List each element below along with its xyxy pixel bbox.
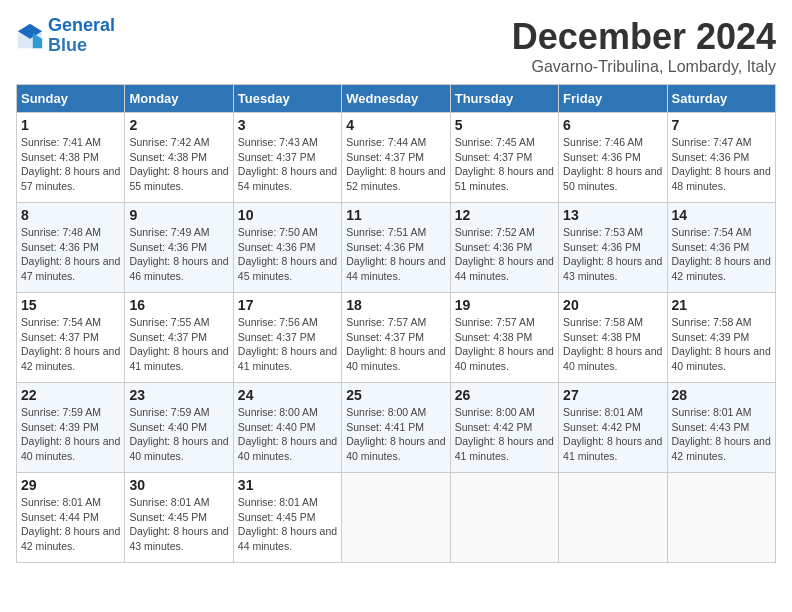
day-detail: Sunrise: 7:42 AM Sunset: 4:38 PM Dayligh… [129,135,228,194]
day-number: 4 [346,117,445,133]
day-detail: Sunrise: 7:54 AM Sunset: 4:37 PM Dayligh… [21,315,120,374]
day-number: 9 [129,207,228,223]
day-detail: Sunrise: 7:41 AM Sunset: 4:38 PM Dayligh… [21,135,120,194]
day-number: 31 [238,477,337,493]
calendar-cell: 29 Sunrise: 8:01 AM Sunset: 4:44 PM Dayl… [17,473,125,563]
header-sunday: Sunday [17,85,125,113]
calendar-cell: 11 Sunrise: 7:51 AM Sunset: 4:36 PM Dayl… [342,203,450,293]
day-detail: Sunrise: 8:00 AM Sunset: 4:40 PM Dayligh… [238,405,337,464]
day-number: 6 [563,117,662,133]
calendar-cell: 6 Sunrise: 7:46 AM Sunset: 4:36 PM Dayli… [559,113,667,203]
day-number: 12 [455,207,554,223]
day-detail: Sunrise: 7:46 AM Sunset: 4:36 PM Dayligh… [563,135,662,194]
day-number: 11 [346,207,445,223]
calendar-cell: 27 Sunrise: 8:01 AM Sunset: 4:42 PM Dayl… [559,383,667,473]
day-detail: Sunrise: 7:54 AM Sunset: 4:36 PM Dayligh… [672,225,771,284]
day-number: 8 [21,207,120,223]
calendar-cell: 16 Sunrise: 7:55 AM Sunset: 4:37 PM Dayl… [125,293,233,383]
day-number: 14 [672,207,771,223]
day-detail: Sunrise: 8:01 AM Sunset: 4:45 PM Dayligh… [129,495,228,554]
month-title: December 2024 [512,16,776,58]
day-number: 18 [346,297,445,313]
calendar-cell: 21 Sunrise: 7:58 AM Sunset: 4:39 PM Dayl… [667,293,775,383]
calendar-cell: 4 Sunrise: 7:44 AM Sunset: 4:37 PM Dayli… [342,113,450,203]
calendar-week-row: 15 Sunrise: 7:54 AM Sunset: 4:37 PM Dayl… [17,293,776,383]
day-detail: Sunrise: 7:53 AM Sunset: 4:36 PM Dayligh… [563,225,662,284]
header-saturday: Saturday [667,85,775,113]
day-number: 21 [672,297,771,313]
day-detail: Sunrise: 7:57 AM Sunset: 4:37 PM Dayligh… [346,315,445,374]
calendar-week-row: 1 Sunrise: 7:41 AM Sunset: 4:38 PM Dayli… [17,113,776,203]
day-detail: Sunrise: 8:01 AM Sunset: 4:43 PM Dayligh… [672,405,771,464]
calendar-cell: 13 Sunrise: 7:53 AM Sunset: 4:36 PM Dayl… [559,203,667,293]
day-detail: Sunrise: 7:56 AM Sunset: 4:37 PM Dayligh… [238,315,337,374]
calendar-cell: 10 Sunrise: 7:50 AM Sunset: 4:36 PM Dayl… [233,203,341,293]
calendar-cell: 26 Sunrise: 8:00 AM Sunset: 4:42 PM Dayl… [450,383,558,473]
calendar-cell [450,473,558,563]
day-detail: Sunrise: 7:47 AM Sunset: 4:36 PM Dayligh… [672,135,771,194]
day-number: 27 [563,387,662,403]
day-detail: Sunrise: 7:59 AM Sunset: 4:40 PM Dayligh… [129,405,228,464]
day-detail: Sunrise: 8:00 AM Sunset: 4:41 PM Dayligh… [346,405,445,464]
title-area: December 2024 Gavarno-Tribulina, Lombard… [512,16,776,76]
day-detail: Sunrise: 7:58 AM Sunset: 4:38 PM Dayligh… [563,315,662,374]
calendar-cell: 20 Sunrise: 7:58 AM Sunset: 4:38 PM Dayl… [559,293,667,383]
day-number: 19 [455,297,554,313]
day-number: 22 [21,387,120,403]
calendar-table: SundayMondayTuesdayWednesdayThursdayFrid… [16,84,776,563]
day-detail: Sunrise: 7:49 AM Sunset: 4:36 PM Dayligh… [129,225,228,284]
calendar-cell: 8 Sunrise: 7:48 AM Sunset: 4:36 PM Dayli… [17,203,125,293]
calendar-cell: 22 Sunrise: 7:59 AM Sunset: 4:39 PM Dayl… [17,383,125,473]
calendar-week-row: 8 Sunrise: 7:48 AM Sunset: 4:36 PM Dayli… [17,203,776,293]
day-detail: Sunrise: 7:55 AM Sunset: 4:37 PM Dayligh… [129,315,228,374]
day-detail: Sunrise: 7:50 AM Sunset: 4:36 PM Dayligh… [238,225,337,284]
calendar-week-row: 22 Sunrise: 7:59 AM Sunset: 4:39 PM Dayl… [17,383,776,473]
calendar-week-row: 29 Sunrise: 8:01 AM Sunset: 4:44 PM Dayl… [17,473,776,563]
calendar-header-row: SundayMondayTuesdayWednesdayThursdayFrid… [17,85,776,113]
page-header: General Blue December 2024 Gavarno-Tribu… [16,16,776,76]
calendar-cell: 24 Sunrise: 8:00 AM Sunset: 4:40 PM Dayl… [233,383,341,473]
day-number: 17 [238,297,337,313]
day-number: 1 [21,117,120,133]
day-detail: Sunrise: 7:51 AM Sunset: 4:36 PM Dayligh… [346,225,445,284]
calendar-cell: 3 Sunrise: 7:43 AM Sunset: 4:37 PM Dayli… [233,113,341,203]
day-number: 15 [21,297,120,313]
day-detail: Sunrise: 8:01 AM Sunset: 4:42 PM Dayligh… [563,405,662,464]
header-wednesday: Wednesday [342,85,450,113]
logo-line2: Blue [48,35,87,55]
day-number: 3 [238,117,337,133]
calendar-cell: 5 Sunrise: 7:45 AM Sunset: 4:37 PM Dayli… [450,113,558,203]
calendar-cell: 30 Sunrise: 8:01 AM Sunset: 4:45 PM Dayl… [125,473,233,563]
day-number: 25 [346,387,445,403]
day-detail: Sunrise: 7:44 AM Sunset: 4:37 PM Dayligh… [346,135,445,194]
day-detail: Sunrise: 7:52 AM Sunset: 4:36 PM Dayligh… [455,225,554,284]
calendar-cell: 7 Sunrise: 7:47 AM Sunset: 4:36 PM Dayli… [667,113,775,203]
calendar-cell: 31 Sunrise: 8:01 AM Sunset: 4:45 PM Dayl… [233,473,341,563]
calendar-cell: 17 Sunrise: 7:56 AM Sunset: 4:37 PM Dayl… [233,293,341,383]
logo: General Blue [16,16,115,56]
day-number: 23 [129,387,228,403]
day-detail: Sunrise: 7:58 AM Sunset: 4:39 PM Dayligh… [672,315,771,374]
day-number: 5 [455,117,554,133]
day-number: 28 [672,387,771,403]
day-number: 29 [21,477,120,493]
logo-icon [16,22,44,50]
calendar-cell: 28 Sunrise: 8:01 AM Sunset: 4:43 PM Dayl… [667,383,775,473]
calendar-cell: 15 Sunrise: 7:54 AM Sunset: 4:37 PM Dayl… [17,293,125,383]
calendar-cell: 23 Sunrise: 7:59 AM Sunset: 4:40 PM Dayl… [125,383,233,473]
calendar-cell [559,473,667,563]
calendar-cell [667,473,775,563]
calendar-cell: 18 Sunrise: 7:57 AM Sunset: 4:37 PM Dayl… [342,293,450,383]
day-detail: Sunrise: 8:01 AM Sunset: 4:44 PM Dayligh… [21,495,120,554]
day-number: 16 [129,297,228,313]
day-number: 13 [563,207,662,223]
day-number: 26 [455,387,554,403]
day-number: 20 [563,297,662,313]
day-number: 2 [129,117,228,133]
calendar-cell: 2 Sunrise: 7:42 AM Sunset: 4:38 PM Dayli… [125,113,233,203]
header-monday: Monday [125,85,233,113]
day-detail: Sunrise: 8:01 AM Sunset: 4:45 PM Dayligh… [238,495,337,554]
calendar-cell: 25 Sunrise: 8:00 AM Sunset: 4:41 PM Dayl… [342,383,450,473]
header-friday: Friday [559,85,667,113]
logo-line1: General [48,15,115,35]
